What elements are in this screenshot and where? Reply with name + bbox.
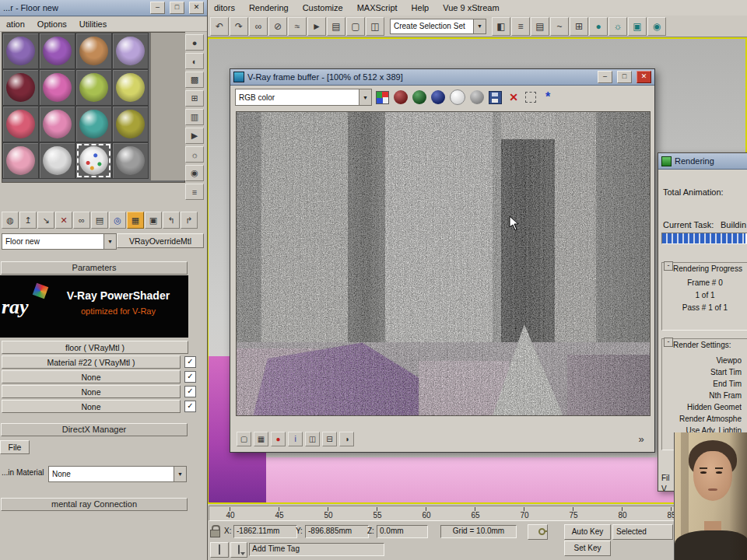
parameters-rollout[interactable]: Parameters xyxy=(1,261,188,275)
show-end-result-icon[interactable]: ▣ xyxy=(145,212,162,229)
material-swatch[interactable] xyxy=(39,142,75,179)
material-swatch[interactable] xyxy=(112,106,149,142)
material-swatch[interactable] xyxy=(75,142,112,179)
minimize-icon[interactable]: – xyxy=(598,71,612,83)
rendered-frame-icon[interactable]: ▣ xyxy=(628,17,647,36)
track-mouse-icon[interactable]: * xyxy=(541,90,555,104)
render-production-icon[interactable]: ◉ xyxy=(647,17,666,36)
material-type-button[interactable]: VRayOverrideMtl xyxy=(117,233,204,248)
z-coordinate-field[interactable]: 0.0mm xyxy=(377,525,428,538)
record-region-icon[interactable]: ● xyxy=(271,432,286,446)
slot-checkbox[interactable]: ✓ xyxy=(184,356,196,368)
material-swatch[interactable] xyxy=(75,69,112,106)
layer-manager-icon[interactable]: ▤ xyxy=(531,17,549,36)
background-icon[interactable]: ▩ xyxy=(185,72,204,88)
add-time-tag[interactable]: Add Time Tag xyxy=(249,543,384,556)
unlink-selection-icon[interactable]: ⊘ xyxy=(268,17,287,36)
make-unique-icon[interactable]: ∞ xyxy=(73,212,90,229)
sample-type-icon[interactable]: ● xyxy=(185,34,204,51)
put-to-library-icon[interactable]: ▤ xyxy=(91,212,108,229)
window-crossing-icon[interactable]: ◫ xyxy=(366,17,384,36)
minimize-icon[interactable]: – xyxy=(150,2,165,14)
clear-image-icon[interactable]: ✕ xyxy=(507,90,521,104)
expand-more-icon[interactable]: » xyxy=(634,433,648,445)
chevron-down-icon[interactable]: ▼ xyxy=(174,467,186,481)
material-swatch[interactable] xyxy=(2,69,39,106)
select-by-material-icon[interactable]: ◉ xyxy=(185,165,204,181)
plugin-material-dropdown[interactable]: None ▼ xyxy=(48,466,187,482)
assign-material-icon[interactable]: ↘ xyxy=(37,212,54,229)
select-and-link-icon[interactable]: ∞ xyxy=(249,17,268,36)
material-swatch[interactable] xyxy=(112,69,149,106)
set-key-button[interactable]: Set Key xyxy=(564,541,611,556)
material-swatch[interactable] xyxy=(2,106,39,142)
go-forward-icon[interactable]: ↱ xyxy=(181,212,198,229)
prompt-icon[interactable] xyxy=(230,542,247,558)
align-icon[interactable]: ≡ xyxy=(511,17,530,36)
slot-checkbox[interactable]: ✓ xyxy=(184,371,196,383)
selected-filter-dropdown[interactable]: Selected xyxy=(612,524,673,540)
y-coordinate-field[interactable]: -896.885mm xyxy=(305,525,369,538)
material-name-dropdown[interactable]: Floor new ▼ xyxy=(2,233,117,250)
menu-item[interactable]: ditors xyxy=(207,3,242,12)
material-editor-icon[interactable]: ● xyxy=(589,17,608,36)
collapse-icon[interactable]: - xyxy=(664,261,673,271)
track-bar[interactable]: 40 45 50 55 60 65 70 75 xyxy=(207,504,747,523)
mirror-icon[interactable]: ◧ xyxy=(492,17,510,36)
chevron-down-icon[interactable]: ▼ xyxy=(473,19,486,33)
compare-vertical-icon[interactable]: ⊟ xyxy=(322,432,337,446)
render-image[interactable] xyxy=(236,111,651,416)
timeline-track[interactable]: 40 45 50 55 60 65 70 75 xyxy=(209,506,745,521)
vfb-titlebar[interactable]: V-Ray frame buffer - [100% of 512 x 389]… xyxy=(230,69,654,86)
collapse-icon[interactable]: - xyxy=(664,338,673,347)
keyboard-shortcut-icon[interactable] xyxy=(210,542,229,558)
channel-dropdown[interactable]: RGB color ▼ xyxy=(235,89,372,106)
material-swatch[interactable] xyxy=(75,106,112,142)
menu-item[interactable]: Options xyxy=(31,19,73,29)
blue-channel-icon[interactable] xyxy=(431,90,445,104)
close-icon[interactable]: ✕ xyxy=(189,2,204,14)
material-swatch[interactable] xyxy=(75,33,112,69)
auto-key-button[interactable]: Auto Key xyxy=(564,524,611,540)
material-sl FileNotFoundError slot-button[interactable]: None xyxy=(2,400,181,413)
base-material-slot-button[interactable]: floor ( VRayMtl ) xyxy=(2,341,188,354)
menu-item[interactable]: Customize xyxy=(296,3,350,12)
save-image-icon[interactable] xyxy=(489,91,502,104)
select-by-name-icon[interactable]: ▤ xyxy=(327,17,345,36)
compare-horizontal-icon[interactable]: ◫ xyxy=(305,432,320,446)
rectangular-selection-icon[interactable]: ▢ xyxy=(346,17,365,36)
options-icon[interactable]: ☼ xyxy=(185,146,204,163)
make-preview-icon[interactable]: ▶ xyxy=(185,128,204,144)
get-material-icon[interactable]: ◍ xyxy=(2,212,19,229)
maximize-icon[interactable]: □ xyxy=(617,71,632,83)
region-render-icon[interactable] xyxy=(525,92,536,103)
sample-uv-tiling-icon[interactable]: ⊞ xyxy=(185,90,204,107)
close-icon[interactable]: ✕ xyxy=(637,71,651,83)
mental-ray-rollout[interactable]: mental ray Connection xyxy=(1,498,188,511)
vfb-channels-icon[interactable]: ▢ xyxy=(237,432,251,446)
reset-map-icon[interactable]: ✕ xyxy=(55,212,72,229)
show-map-in-viewport-icon[interactable]: ▦ xyxy=(127,212,144,229)
material-swatch[interactable] xyxy=(39,33,75,69)
menu-item[interactable]: MAXScript xyxy=(350,3,405,12)
fx-file-button[interactable]: File xyxy=(0,440,30,454)
material-sl FileNotFoundError slot-button[interactable]: None xyxy=(2,370,181,383)
alpha-channel-icon[interactable] xyxy=(450,89,465,105)
rgb-channels-icon[interactable] xyxy=(376,91,389,104)
menu-item[interactable]: Vue 9 xStream xyxy=(436,3,506,12)
pixel-information-icon[interactable]: ▦ xyxy=(254,432,268,446)
red-channel-icon[interactable] xyxy=(394,90,408,104)
selection-set-combo[interactable]: Create Selection Set ▼ xyxy=(390,19,486,34)
video-color-check-icon[interactable]: ▥ xyxy=(185,109,204,125)
color-correction-icon[interactable]: ◑ xyxy=(339,432,354,446)
go-to-parent-icon[interactable]: ↰ xyxy=(163,212,180,229)
material-sl FileNotFoundError slot-button[interactable]: Material #22 ( VRayMtl ) xyxy=(2,355,181,369)
backlight-icon[interactable]: ◐ xyxy=(185,53,204,69)
material-swatch[interactable] xyxy=(39,106,75,142)
maximize-icon[interactable]: □ xyxy=(170,2,184,14)
material-swatch[interactable] xyxy=(39,69,75,106)
select-object-icon[interactable]: ► xyxy=(307,17,326,36)
x-coordinate-field[interactable]: -1862.11mm xyxy=(233,525,297,538)
slot-checkbox[interactable]: ✓ xyxy=(184,386,196,397)
lock-selection-icon[interactable] xyxy=(210,525,220,537)
